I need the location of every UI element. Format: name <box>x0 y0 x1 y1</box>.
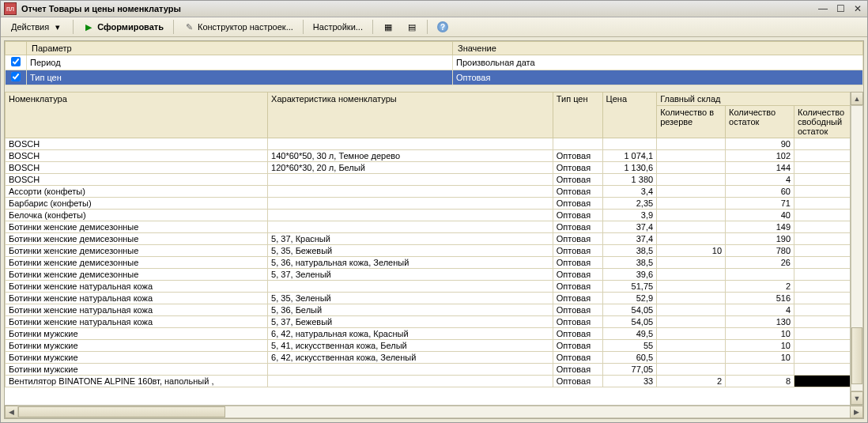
cell-price[interactable]: 2,35 <box>602 198 657 210</box>
cell-price[interactable]: 33 <box>602 376 657 387</box>
cell-nomenclature[interactable]: BOSCH <box>6 150 268 162</box>
cell-qty-reserve[interactable] <box>657 316 726 328</box>
table-row[interactable]: Ботинки мужские5, 41, искусственная кожа… <box>6 340 863 352</box>
cell-characteristic[interactable] <box>268 198 553 210</box>
cell-price-type[interactable]: Оптовая <box>553 293 602 304</box>
param-checkbox[interactable] <box>11 72 21 81</box>
table-row[interactable]: Ботинки женские натуральная кожаОптовая5… <box>6 281 863 293</box>
cell-characteristic[interactable]: 6, 42, искусственная кожа, Зеленый <box>268 352 553 364</box>
cell-qty-remain[interactable]: 2 <box>726 281 794 293</box>
param-checkbox[interactable] <box>11 57 21 66</box>
cell-nomenclature[interactable]: Ботинки мужские <box>6 328 268 340</box>
cell-nomenclature[interactable]: BOSCH <box>6 162 268 174</box>
cell-qty-reserve[interactable] <box>657 364 726 376</box>
scroll-h-track[interactable] <box>17 406 851 418</box>
table-row[interactable]: Вентилятор BINATONE ALPINE 160вт, наполь… <box>6 376 863 387</box>
cell-nomenclature[interactable]: Ботинки мужские <box>6 364 268 376</box>
col-price-type[interactable]: Тип цен <box>553 93 602 138</box>
cell-price[interactable]: 3,9 <box>602 210 657 221</box>
cell-price[interactable] <box>602 138 657 150</box>
cell-qty-remain[interactable]: 8 <box>726 376 794 387</box>
cell-qty-remain[interactable]: 516 <box>726 293 794 304</box>
cell-qty-reserve[interactable] <box>657 257 726 269</box>
cell-nomenclature[interactable]: BOSCH <box>6 138 268 150</box>
cell-characteristic[interactable]: 6, 42, натуральная кожа, Красный <box>268 328 553 340</box>
cell-qty-remain[interactable]: 130 <box>726 316 794 328</box>
table-row[interactable]: Ботинки женские демисезонныеОптовая37,41… <box>6 221 863 233</box>
cell-price[interactable]: 52,9 <box>602 293 657 304</box>
cell-characteristic[interactable] <box>268 210 553 221</box>
tool-button-1[interactable]: ▦ <box>377 18 399 36</box>
cell-price-type[interactable]: Оптовая <box>553 281 602 293</box>
cell-nomenclature[interactable]: Ботинки женские демисезонные <box>6 269 268 281</box>
cell-qty-reserve[interactable] <box>657 174 726 186</box>
cell-price[interactable]: 77,05 <box>602 364 657 376</box>
cell-price-type[interactable]: Оптовая <box>553 352 602 364</box>
cell-nomenclature[interactable]: Ботинки женские натуральная кожа <box>6 281 268 293</box>
cell-price-type[interactable]: Оптовая <box>553 316 602 328</box>
cell-qty-reserve[interactable]: 10 <box>657 245 726 257</box>
cell-qty-reserve[interactable] <box>657 352 726 364</box>
close-button[interactable]: ✕ <box>851 3 864 14</box>
table-row[interactable]: Ботинки женские демисезонные5, 37, Красн… <box>6 233 863 245</box>
param-name-cell[interactable]: Период <box>27 55 453 70</box>
table-row[interactable]: Ботинки женские натуральная кожа5, 37, Б… <box>6 316 863 328</box>
horizontal-scrollbar[interactable]: ◀ ▶ <box>5 405 863 418</box>
vertical-scrollbar[interactable]: ▲ ▼ <box>850 92 863 405</box>
cell-price[interactable]: 38,5 <box>602 245 657 257</box>
cell-price[interactable]: 54,05 <box>602 304 657 316</box>
cell-price[interactable]: 51,75 <box>602 281 657 293</box>
cell-characteristic[interactable]: 5, 37, Красный <box>268 233 553 245</box>
cell-price[interactable]: 3,4 <box>602 186 657 198</box>
col-warehouse-group[interactable]: Главный склад <box>657 93 863 106</box>
cell-nomenclature[interactable]: BOSCH <box>6 174 268 186</box>
cell-qty-remain[interactable]: 190 <box>726 233 794 245</box>
tool-button-2[interactable]: ▤ <box>401 18 423 36</box>
cell-characteristic[interactable] <box>268 376 553 387</box>
cell-price-type[interactable]: Оптовая <box>553 150 602 162</box>
table-row[interactable]: Ботинки женские натуральная кожа5, 36, Б… <box>6 304 863 316</box>
cell-nomenclature[interactable]: Ботинки женские натуральная кожа <box>6 316 268 328</box>
cell-price-type[interactable]: Оптовая <box>553 210 602 221</box>
param-row[interactable]: ПериодПроизвольная дата <box>6 55 863 70</box>
cell-price-type[interactable]: Оптовая <box>553 233 602 245</box>
cell-characteristic[interactable]: 5, 35, Зеленый <box>268 293 553 304</box>
scroll-left-button[interactable]: ◀ <box>5 406 18 418</box>
cell-qty-reserve[interactable]: 2 <box>657 376 726 387</box>
cell-nomenclature[interactable]: Ботинки женские натуральная кожа <box>6 293 268 304</box>
cell-price-type[interactable]: Оптовая <box>553 328 602 340</box>
cell-nomenclature[interactable]: Ботинки женские демисезонные <box>6 245 268 257</box>
cell-price[interactable]: 54,05 <box>602 316 657 328</box>
maximize-button[interactable]: ☐ <box>834 3 847 14</box>
cell-price-type[interactable]: Оптовая <box>553 221 602 233</box>
cell-qty-remain[interactable]: 60 <box>726 186 794 198</box>
cell-characteristic[interactable]: 5, 37, Бежевый <box>268 316 553 328</box>
cell-qty-reserve[interactable] <box>657 293 726 304</box>
cell-characteristic[interactable] <box>268 186 553 198</box>
table-row[interactable]: Белочка (конфеты)Оптовая3,940 <box>6 210 863 221</box>
cell-qty-reserve[interactable] <box>657 269 726 281</box>
cell-characteristic[interactable] <box>268 364 553 376</box>
scroll-h-thumb[interactable] <box>18 406 225 417</box>
cell-price-type[interactable]: Оптовая <box>553 174 602 186</box>
cell-nomenclature[interactable]: Ботинки женские натуральная кожа <box>6 304 268 316</box>
cell-price-type[interactable]: Оптовая <box>553 376 602 387</box>
cell-qty-remain[interactable]: 149 <box>726 221 794 233</box>
cell-price[interactable]: 1 130,6 <box>602 162 657 174</box>
cell-price-type[interactable]: Оптовая <box>553 364 602 376</box>
param-value-cell[interactable]: Оптовая <box>453 70 863 85</box>
table-row[interactable]: Ботинки женские натуральная кожа5, 35, З… <box>6 293 863 304</box>
cell-characteristic[interactable]: 120*60*30, 20 л, Белый <box>268 162 553 174</box>
cell-price[interactable]: 49,5 <box>602 328 657 340</box>
cell-qty-remain[interactable] <box>726 364 794 376</box>
cell-nomenclature[interactable]: Барбарис (конфеты) <box>6 198 268 210</box>
constructor-button[interactable]: ✎ Конструктор настроек... <box>178 18 299 36</box>
cell-qty-remain[interactable]: 26 <box>726 257 794 269</box>
cell-price[interactable]: 38,5 <box>602 257 657 269</box>
table-row[interactable]: Ассорти (конфеты)Оптовая3,460 <box>6 186 863 198</box>
cell-qty-remain[interactable]: 780 <box>726 245 794 257</box>
cell-nomenclature[interactable]: Ботинки женские демисезонные <box>6 257 268 269</box>
cell-characteristic[interactable]: 5, 35, Бежевый <box>268 245 553 257</box>
cell-characteristic[interactable]: 5, 36, Белый <box>268 304 553 316</box>
table-row[interactable]: Ботинки мужские6, 42, натуральная кожа, … <box>6 328 863 340</box>
